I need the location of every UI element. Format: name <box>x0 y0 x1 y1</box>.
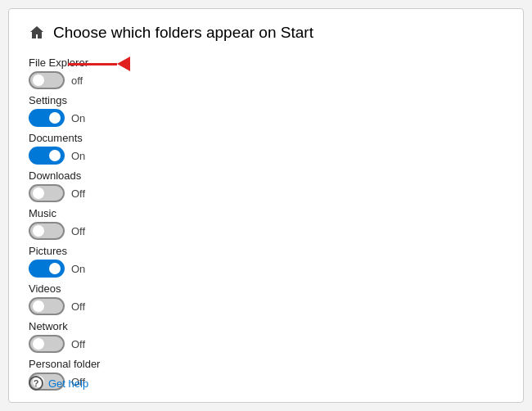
toggle-row-downloads: Off <box>29 184 503 202</box>
toggle-settings[interactable] <box>29 109 65 127</box>
page-header: Choose which folders appear on Start <box>29 24 503 42</box>
toggle-videos[interactable] <box>29 297 65 315</box>
setting-label-downloads: Downloads <box>29 169 503 182</box>
arrow-head <box>117 56 130 71</box>
toggle-knob-music <box>33 225 44 237</box>
toggle-status-settings: On <box>71 112 85 124</box>
toggle-status-videos: Off <box>71 300 85 313</box>
setting-label-music: Music <box>29 207 503 219</box>
help-icon: ? <box>29 376 43 391</box>
setting-item-network: NetworkOff <box>29 320 503 353</box>
settings-list: File ExploreroffSettingsOnDocumentsOnDow… <box>29 56 503 395</box>
setting-item-pictures: PicturesOn <box>29 245 503 278</box>
toggle-status-file-explorer: off <box>71 75 83 87</box>
setting-item-settings: SettingsOn <box>29 94 503 127</box>
toggle-knob-file-explorer <box>33 75 44 86</box>
toggle-knob-videos <box>33 300 44 312</box>
setting-item-music: MusicOff <box>29 207 503 240</box>
setting-label-settings: Settings <box>29 94 503 106</box>
home-icon[interactable] <box>29 25 45 41</box>
toggle-status-music: Off <box>71 225 85 237</box>
toggle-knob-settings <box>49 112 61 124</box>
toggle-knob-pictures <box>49 263 61 274</box>
toggle-row-network: Off <box>29 335 503 353</box>
setting-item-documents: DocumentsOn <box>29 132 503 165</box>
toggle-network[interactable] <box>29 335 65 353</box>
toggle-pictures[interactable] <box>29 260 65 278</box>
toggle-status-documents: On <box>71 150 85 162</box>
get-help-link[interactable]: Get help <box>48 377 88 390</box>
setting-label-network: Network <box>29 320 503 332</box>
toggle-row-documents: On <box>29 147 503 165</box>
setting-item-videos: VideosOff <box>29 282 503 315</box>
toggle-music[interactable] <box>29 222 65 240</box>
toggle-row-personal-folder: Off <box>29 373 503 391</box>
toggle-row-videos: Off <box>29 297 503 315</box>
page-title: Choose which folders appear on Start <box>53 24 313 42</box>
footer: ? Get help <box>29 376 88 391</box>
toggle-row-file-explorer: off <box>29 71 503 89</box>
toggle-row-music: Off <box>29 222 503 240</box>
toggle-status-pictures: On <box>71 263 85 275</box>
toggle-downloads[interactable] <box>29 184 65 202</box>
toggle-status-network: Off <box>71 338 85 350</box>
toggle-status-downloads: Off <box>71 187 85 200</box>
settings-window: Choose which folders appear on Start Fil… <box>8 8 524 403</box>
toggle-row-settings: On <box>29 109 503 127</box>
setting-item-personal-folder: Personal folderOff <box>29 358 503 391</box>
setting-label-pictures: Pictures <box>29 245 503 257</box>
setting-label-personal-folder: Personal folder <box>29 358 503 370</box>
setting-label-documents: Documents <box>29 132 503 144</box>
setting-item-downloads: DownloadsOff <box>29 169 503 202</box>
toggle-file-explorer[interactable] <box>29 71 65 89</box>
toggle-knob-downloads <box>33 187 44 199</box>
toggle-knob-documents <box>49 150 61 161</box>
toggle-row-pictures: On <box>29 260 503 278</box>
toggle-documents[interactable] <box>29 147 65 165</box>
arrow-annotation <box>68 56 130 71</box>
toggle-knob-network <box>33 338 44 350</box>
setting-label-videos: Videos <box>29 282 503 295</box>
arrow-line <box>68 63 117 65</box>
